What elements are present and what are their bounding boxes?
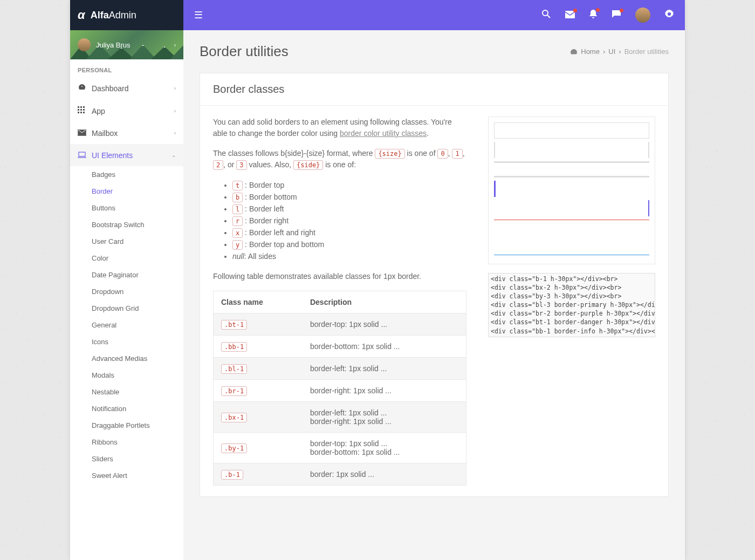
chevron-right-icon: ›: [174, 108, 176, 114]
sidebar-item-app[interactable]: App ›: [70, 100, 183, 122]
demo-bt-1-danger: [494, 220, 649, 236]
sidebar-item-mailbox[interactable]: Mailbox ›: [70, 122, 183, 144]
logo-icon: α: [78, 8, 85, 22]
list-item: t : Border top: [232, 179, 466, 191]
sub-item-sweet-alert[interactable]: Sweet Alert: [70, 467, 183, 484]
sub-item-advanced-medias[interactable]: Advanced Medias: [70, 350, 183, 367]
notification-dot: [573, 9, 577, 12]
sub-item-color[interactable]: Color: [70, 250, 183, 267]
main-content: ☰: [183, 0, 685, 560]
demo-b-1: [494, 122, 649, 139]
demo-bb-1-info: [494, 239, 649, 255]
menu-toggle-icon[interactable]: ☰: [194, 9, 203, 21]
svg-rect-20: [79, 152, 85, 156]
sides-list: t : Border topb : Border bottoml : Borde…: [213, 179, 466, 262]
laptop-icon: [78, 151, 92, 160]
sub-item-modals[interactable]: Modals: [70, 367, 183, 384]
sidebar-item-ui-elements[interactable]: UI Elements ⌄: [70, 144, 183, 166]
nav-section-label: PERSONAL: [70, 59, 183, 77]
logo[interactable]: α AlfaAdmin: [70, 0, 183, 30]
table-row: .bb-1border-bottom: 1px solid ...: [214, 336, 466, 358]
crumb-home[interactable]: Home: [581, 47, 600, 56]
svg-marker-3: [129, 45, 156, 59]
svg-rect-16: [83, 109, 85, 111]
chat-icon[interactable]: [612, 10, 621, 21]
svg-rect-11: [78, 106, 79, 108]
notification-dot: [596, 8, 600, 12]
brand-name-2: Admin: [109, 10, 136, 21]
svg-point-23: [668, 12, 671, 16]
breadcrumb: Home › UI › Border utilities: [570, 47, 669, 56]
chevron-right-icon: ›: [174, 42, 176, 48]
sub-item-bootstrap-switch[interactable]: Bootstrap Switch: [70, 216, 183, 233]
code-example: <div class="b-1 h-30px"></div><br> <div …: [488, 273, 655, 337]
crumb-current: Border utilities: [624, 47, 669, 56]
demo-by-3: [494, 161, 649, 177]
page-title: Border utilities: [200, 43, 289, 60]
gear-icon[interactable]: [664, 9, 674, 22]
chevron-down-icon: ⌄: [171, 152, 176, 158]
nav-label: Dashboard: [92, 84, 129, 93]
brand-name-1: Alfa: [91, 10, 109, 21]
sub-item-badges[interactable]: Badges: [70, 166, 183, 183]
bell-icon[interactable]: [589, 9, 598, 22]
avatar[interactable]: [635, 8, 650, 23]
table-intro: Following table demonstrates available c…: [213, 271, 466, 282]
code-size: {size}: [375, 149, 404, 159]
grid-icon: [78, 106, 92, 115]
sub-item-date-paginator[interactable]: Date Paginator: [70, 267, 183, 283]
sub-item-dropdown[interactable]: Dropdown: [70, 283, 183, 300]
svg-point-21: [543, 10, 548, 16]
list-item: r : Border right: [232, 215, 466, 227]
sub-item-dropdown-grid[interactable]: Dropdown Grid: [70, 300, 183, 317]
chevron-right-icon: ›: [174, 130, 176, 136]
intro-paragraph: You can add solid borders to an element …: [213, 117, 466, 139]
sub-item-sliders[interactable]: Sliders: [70, 450, 183, 467]
svg-rect-12: [80, 106, 82, 108]
demo-bl-3-primary: [494, 181, 649, 197]
svg-marker-10: [163, 46, 166, 47]
svg-rect-15: [80, 109, 82, 111]
card-title: Border classes: [200, 73, 668, 106]
dashboard-icon: [78, 83, 92, 93]
table-row: .br-1border-right: 1px solid ...: [214, 380, 466, 402]
table-row: .bx-1border-left: 1px solid ... border-r…: [214, 402, 466, 433]
format-paragraph: The classes follows b{side}-{size} forma…: [213, 148, 466, 170]
sub-item-ribbons[interactable]: Ribbons: [70, 434, 183, 450]
sub-item-general[interactable]: General: [70, 317, 183, 333]
link-border-color[interactable]: border color utility classes: [340, 129, 427, 138]
demo-br-2-purple: [494, 200, 649, 216]
sidebar-item-dashboard[interactable]: Dashboard ›: [70, 77, 183, 100]
mail-icon: [78, 128, 92, 138]
sub-item-icons[interactable]: Icons: [70, 333, 183, 350]
svg-marker-2: [108, 47, 135, 59]
user-panel[interactable]: Juliya Brus ›: [70, 30, 183, 59]
list-item: l : Border left: [232, 203, 466, 215]
list-item: b : Border bottom: [232, 191, 466, 203]
table-row: .bl-1border-left: 1px solid ...: [214, 358, 466, 380]
crumb-ui[interactable]: UI: [608, 47, 615, 56]
th-class: Class name: [214, 291, 303, 313]
sub-item-border[interactable]: Border: [70, 183, 183, 200]
mail-icon[interactable]: [565, 10, 575, 21]
code-side: {side}: [293, 160, 323, 170]
sub-item-buttons[interactable]: Buttons: [70, 200, 183, 216]
demo-bx-2: [494, 142, 649, 158]
sidebar: α AlfaAdmin Juliya Brus › PERSONAL: [70, 0, 183, 560]
sub-item-notification[interactable]: Notification: [70, 400, 183, 417]
sub-item-nestable[interactable]: Nestable: [70, 384, 183, 400]
search-icon[interactable]: [541, 9, 551, 22]
nav-label: App: [92, 107, 105, 115]
svg-rect-19: [83, 112, 85, 113]
topbar: ☰: [183, 0, 685, 30]
list-item: y : Border top and bottom: [232, 238, 466, 250]
list-item: null: All sides: [232, 250, 466, 262]
svg-rect-17: [78, 112, 79, 113]
user-name: Juliya Brus: [96, 41, 131, 49]
table-row: .by-1border-top: 1px solid ... border-bo…: [214, 433, 466, 463]
sub-item-user-card[interactable]: User Card: [70, 233, 183, 250]
nav-label: UI Elements: [92, 151, 133, 160]
sub-item-draggable-portlets[interactable]: Draggable Portlets: [70, 417, 183, 434]
table-row: .bt-1border-top: 1px solid ...: [214, 313, 466, 336]
svg-rect-14: [78, 109, 79, 111]
